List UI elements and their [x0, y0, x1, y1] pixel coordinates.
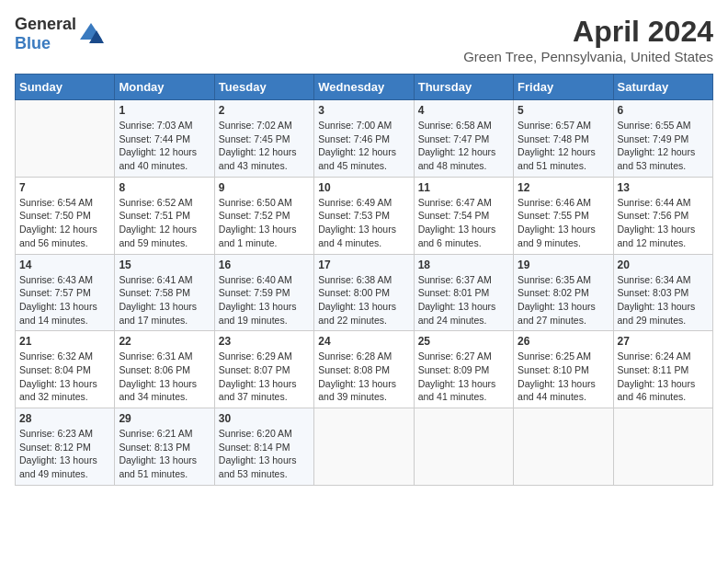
calendar-week-row: 7Sunrise: 6:54 AM Sunset: 7:50 PM Daylig… [16, 177, 713, 254]
day-detail: Sunrise: 6:31 AM Sunset: 8:06 PM Dayligh… [119, 350, 210, 404]
day-detail: Sunrise: 6:54 AM Sunset: 7:50 PM Dayligh… [19, 196, 110, 250]
day-detail: Sunrise: 6:47 AM Sunset: 7:54 PM Dayligh… [418, 196, 509, 250]
calendar-cell: 3Sunrise: 7:00 AM Sunset: 7:46 PM Daylig… [314, 100, 414, 178]
day-detail: Sunrise: 6:34 AM Sunset: 8:03 PM Dayligh… [618, 273, 709, 327]
page-header: General Blue April 2024 Green Tree, Penn… [15, 15, 713, 64]
calendar-header-row: SundayMondayTuesdayWednesdayThursdayFrid… [16, 75, 713, 100]
day-detail: Sunrise: 6:21 AM Sunset: 8:13 PM Dayligh… [119, 427, 210, 481]
calendar-cell [414, 408, 513, 486]
calendar-table: SundayMondayTuesdayWednesdayThursdayFrid… [15, 74, 713, 486]
calendar-cell: 17Sunrise: 6:38 AM Sunset: 8:00 PM Dayli… [314, 254, 414, 331]
day-number: 21 [19, 335, 110, 348]
day-detail: Sunrise: 6:32 AM Sunset: 8:04 PM Dayligh… [19, 350, 110, 404]
calendar-cell: 7Sunrise: 6:54 AM Sunset: 7:50 PM Daylig… [16, 177, 115, 254]
day-number: 7 [19, 181, 110, 194]
day-number: 20 [618, 259, 709, 271]
day-detail: Sunrise: 6:44 AM Sunset: 7:56 PM Dayligh… [618, 196, 709, 250]
calendar-cell: 19Sunrise: 6:35 AM Sunset: 8:02 PM Dayli… [514, 254, 613, 331]
day-number: 4 [418, 104, 509, 117]
calendar-cell: 8Sunrise: 6:52 AM Sunset: 7:51 PM Daylig… [115, 177, 214, 254]
day-number: 3 [318, 104, 409, 117]
day-number: 5 [518, 104, 609, 117]
calendar-cell: 22Sunrise: 6:31 AM Sunset: 8:06 PM Dayli… [115, 331, 214, 408]
calendar-day-header: Thursday [414, 75, 513, 100]
calendar-cell: 27Sunrise: 6:24 AM Sunset: 8:11 PM Dayli… [613, 331, 712, 408]
calendar-day-header: Monday [115, 75, 214, 100]
calendar-cell: 12Sunrise: 6:46 AM Sunset: 7:55 PM Dayli… [514, 177, 613, 254]
day-detail: Sunrise: 6:24 AM Sunset: 8:11 PM Dayligh… [618, 350, 709, 404]
calendar-day-header: Wednesday [314, 75, 414, 100]
day-detail: Sunrise: 6:57 AM Sunset: 7:48 PM Dayligh… [518, 119, 609, 173]
day-detail: Sunrise: 6:58 AM Sunset: 7:47 PM Dayligh… [418, 119, 509, 173]
day-detail: Sunrise: 6:43 AM Sunset: 7:57 PM Dayligh… [19, 273, 110, 327]
calendar-cell: 28Sunrise: 6:23 AM Sunset: 8:12 PM Dayli… [16, 408, 115, 486]
calendar-cell [16, 100, 115, 178]
day-detail: Sunrise: 6:37 AM Sunset: 8:01 PM Dayligh… [418, 273, 509, 327]
calendar-day-header: Friday [514, 75, 613, 100]
day-detail: Sunrise: 6:20 AM Sunset: 8:14 PM Dayligh… [219, 427, 310, 481]
subtitle: Green Tree, Pennsylvania, United States [463, 49, 713, 64]
calendar-cell: 5Sunrise: 6:57 AM Sunset: 7:48 PM Daylig… [514, 100, 613, 178]
day-number: 16 [219, 259, 310, 271]
day-detail: Sunrise: 7:02 AM Sunset: 7:45 PM Dayligh… [219, 119, 310, 173]
calendar-cell: 24Sunrise: 6:28 AM Sunset: 8:08 PM Dayli… [314, 331, 414, 408]
calendar-cell: 16Sunrise: 6:40 AM Sunset: 7:59 PM Dayli… [214, 254, 313, 331]
day-number: 12 [518, 181, 609, 194]
day-number: 30 [219, 412, 310, 425]
day-number: 6 [618, 104, 709, 117]
day-detail: Sunrise: 6:23 AM Sunset: 8:12 PM Dayligh… [19, 427, 110, 481]
day-number: 28 [19, 412, 110, 425]
calendar-cell: 6Sunrise: 6:55 AM Sunset: 7:49 PM Daylig… [613, 100, 712, 178]
day-detail: Sunrise: 7:00 AM Sunset: 7:46 PM Dayligh… [318, 119, 409, 173]
calendar-cell [514, 408, 613, 486]
calendar-week-row: 28Sunrise: 6:23 AM Sunset: 8:12 PM Dayli… [16, 408, 713, 486]
calendar-cell [613, 408, 712, 486]
calendar-day-header: Saturday [613, 75, 712, 100]
calendar-cell [314, 408, 414, 486]
logo-general: General [15, 15, 76, 33]
day-number: 23 [219, 335, 310, 348]
day-detail: Sunrise: 6:38 AM Sunset: 8:00 PM Dayligh… [318, 273, 409, 327]
logo-icon [78, 21, 104, 47]
calendar-cell: 23Sunrise: 6:29 AM Sunset: 8:07 PM Dayli… [214, 331, 313, 408]
calendar-cell: 4Sunrise: 6:58 AM Sunset: 7:47 PM Daylig… [414, 100, 513, 178]
calendar-cell: 9Sunrise: 6:50 AM Sunset: 7:52 PM Daylig… [214, 177, 313, 254]
day-number: 13 [618, 181, 709, 194]
day-number: 9 [219, 181, 310, 194]
day-detail: Sunrise: 6:25 AM Sunset: 8:10 PM Dayligh… [518, 350, 609, 404]
calendar-cell: 18Sunrise: 6:37 AM Sunset: 8:01 PM Dayli… [414, 254, 513, 331]
day-number: 1 [119, 104, 210, 117]
day-detail: Sunrise: 6:41 AM Sunset: 7:58 PM Dayligh… [119, 273, 210, 327]
day-number: 8 [119, 181, 210, 194]
title-block: April 2024 Green Tree, Pennsylvania, Uni… [463, 15, 713, 64]
day-number: 15 [119, 259, 210, 271]
day-detail: Sunrise: 6:50 AM Sunset: 7:52 PM Dayligh… [219, 196, 310, 250]
day-number: 27 [618, 335, 709, 348]
calendar-week-row: 21Sunrise: 6:32 AM Sunset: 8:04 PM Dayli… [16, 331, 713, 408]
calendar-day-header: Sunday [16, 75, 115, 100]
day-number: 19 [518, 259, 609, 271]
day-detail: Sunrise: 6:35 AM Sunset: 8:02 PM Dayligh… [518, 273, 609, 327]
calendar-cell: 11Sunrise: 6:47 AM Sunset: 7:54 PM Dayli… [414, 177, 513, 254]
calendar-cell: 13Sunrise: 6:44 AM Sunset: 7:56 PM Dayli… [613, 177, 712, 254]
day-number: 2 [219, 104, 310, 117]
day-detail: Sunrise: 6:29 AM Sunset: 8:07 PM Dayligh… [219, 350, 310, 404]
day-detail: Sunrise: 7:03 AM Sunset: 7:44 PM Dayligh… [119, 119, 210, 173]
day-detail: Sunrise: 6:27 AM Sunset: 8:09 PM Dayligh… [418, 350, 509, 404]
calendar-cell: 15Sunrise: 6:41 AM Sunset: 7:58 PM Dayli… [115, 254, 214, 331]
day-number: 25 [418, 335, 509, 348]
day-detail: Sunrise: 6:52 AM Sunset: 7:51 PM Dayligh… [119, 196, 210, 250]
day-detail: Sunrise: 6:55 AM Sunset: 7:49 PM Dayligh… [618, 119, 709, 173]
calendar-day-header: Tuesday [214, 75, 313, 100]
day-number: 11 [418, 181, 509, 194]
calendar-cell: 1Sunrise: 7:03 AM Sunset: 7:44 PM Daylig… [115, 100, 214, 178]
day-detail: Sunrise: 6:46 AM Sunset: 7:55 PM Dayligh… [518, 196, 609, 250]
main-title: April 2024 [463, 15, 713, 49]
day-detail: Sunrise: 6:40 AM Sunset: 7:59 PM Dayligh… [219, 273, 310, 327]
calendar-cell: 26Sunrise: 6:25 AM Sunset: 8:10 PM Dayli… [514, 331, 613, 408]
day-detail: Sunrise: 6:28 AM Sunset: 8:08 PM Dayligh… [318, 350, 409, 404]
day-detail: Sunrise: 6:49 AM Sunset: 7:53 PM Dayligh… [318, 196, 409, 250]
day-number: 14 [19, 259, 110, 271]
calendar-cell: 30Sunrise: 6:20 AM Sunset: 8:14 PM Dayli… [214, 408, 313, 486]
calendar-cell: 25Sunrise: 6:27 AM Sunset: 8:09 PM Dayli… [414, 331, 513, 408]
